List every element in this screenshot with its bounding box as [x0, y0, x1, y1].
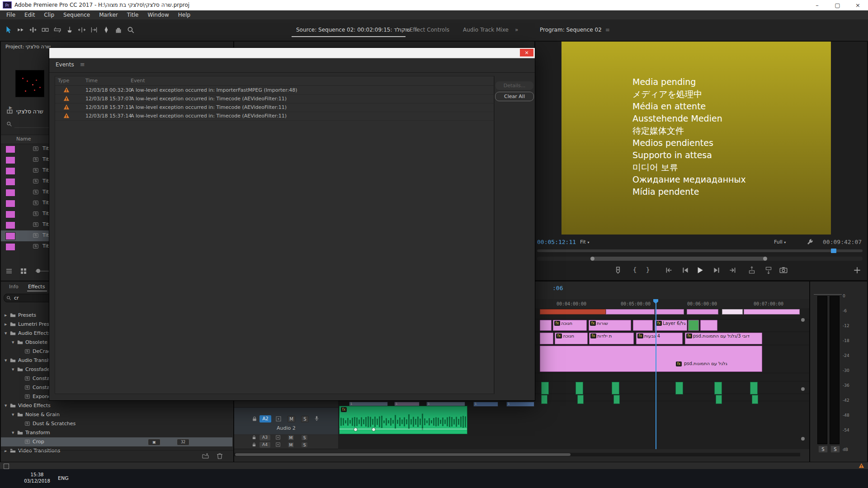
effects-tree-item[interactable]: ▼Video Effects [1, 401, 232, 410]
timeline-clip-mini[interactable] [655, 309, 684, 314]
zoom-handle-left[interactable] [590, 257, 594, 261]
go-to-in-button[interactable] [665, 266, 674, 275]
event-row[interactable]: 12/03/18 15:37:07 A low-level exception … [55, 94, 494, 103]
track-scroll-knob[interactable] [801, 318, 805, 322]
timeline-clip-mini[interactable] [687, 309, 718, 314]
effects-tree-item[interactable]: ▶Video Transitions [1, 446, 232, 455]
icon-view-icon[interactable] [20, 267, 27, 275]
menu-marker[interactable]: Marker [94, 12, 122, 18]
step-forward-button[interactable] [712, 266, 721, 275]
solo-right-button[interactable]: S [830, 446, 840, 453]
tab-overflow-chevron[interactable]: » [515, 27, 518, 33]
track-keyframe-icon[interactable] [276, 416, 281, 422]
video-clip[interactable] [540, 320, 552, 331]
video-clip[interactable]: fxדובי 3/גלגל עם התמונות.psd [685, 333, 762, 344]
pen-tool[interactable] [102, 26, 111, 35]
menu-window[interactable]: Window [143, 12, 173, 18]
settings-wrench-icon[interactable] [807, 238, 814, 245]
rolling-edit-tool[interactable] [41, 26, 50, 35]
ripple-edit-tool[interactable] [29, 26, 38, 35]
effects-tree-item[interactable]: Crop▣32 [1, 437, 232, 446]
timeline-clip-mini[interactable] [540, 309, 606, 314]
razor-tool[interactable] [66, 26, 75, 35]
button-editor-button[interactable] [853, 266, 862, 275]
audio-clip-segment[interactable] [577, 395, 584, 404]
label-color-swatch[interactable] [5, 156, 15, 164]
menu-edit[interactable]: Edit [20, 12, 39, 18]
mark-out-button[interactable]: } [643, 266, 652, 275]
solo-button[interactable]: S [301, 435, 308, 441]
events-warning-icon[interactable] [859, 463, 864, 469]
slide-tool[interactable] [90, 26, 99, 35]
timeline-clip-mini[interactable] [744, 309, 800, 314]
effects-tree-item[interactable]: Dust & Scratches [1, 419, 232, 428]
track-select-forward-tool[interactable] [17, 26, 26, 35]
video-clip[interactable] [633, 320, 653, 331]
video-clip[interactable]: fxשורות [589, 320, 631, 331]
label-color-swatch[interactable] [5, 243, 15, 251]
delete-icon[interactable] [216, 452, 223, 460]
twisty-open-icon[interactable]: ▼ [5, 359, 7, 362]
label-color-swatch[interactable] [5, 145, 15, 153]
close-button[interactable]: × [848, 0, 868, 10]
rate-stretch-tool[interactable] [53, 26, 62, 35]
label-color-swatch[interactable] [5, 200, 15, 207]
track-scroll-knob[interactable] [801, 437, 805, 441]
mute-button[interactable]: M [288, 442, 294, 448]
track-scroll-knob[interactable] [801, 387, 805, 391]
twisty-open-icon[interactable]: ▼ [12, 413, 14, 417]
project-clip-name[interactable]: שרה סלצקי [16, 108, 43, 115]
play-button[interactable] [695, 266, 704, 275]
slip-tool[interactable] [78, 26, 87, 35]
timeline-playhead[interactable] [656, 300, 656, 449]
step-back-button[interactable] [681, 266, 690, 275]
hand-tool[interactable] [114, 26, 123, 35]
twisty-closed-icon[interactable]: ▶ [5, 323, 7, 326]
menu-sequence[interactable]: Sequence [59, 12, 94, 18]
playback-resolution-dropdown[interactable]: Full ▾ [774, 239, 786, 245]
lock-icon[interactable] [252, 442, 256, 447]
keyframe-handle[interactable] [354, 427, 358, 432]
collapsed-clip-fragment[interactable]: 1 [473, 402, 498, 407]
details-button[interactable]: Details... [495, 81, 534, 90]
audio-clip-segment[interactable] [675, 382, 683, 394]
track-name[interactable]: Audio 2 [277, 425, 296, 431]
zoom-tool[interactable] [127, 26, 136, 35]
audio-clip-segment[interactable] [541, 382, 549, 394]
tab-effects[interactable]: Effects [28, 284, 45, 290]
video-clip[interactable]: fxחנוכה [555, 333, 588, 344]
lock-icon[interactable] [252, 416, 257, 422]
project-panel-title[interactable]: Project: שרה סלצקי [5, 44, 51, 50]
solo-button[interactable]: S [301, 416, 309, 422]
audio-clip-segment[interactable] [576, 382, 583, 394]
timeline-clip-mini[interactable] [722, 309, 743, 314]
video-clip[interactable]: fxחנוכה [553, 320, 587, 331]
timeline-hscrollbar-handle[interactable] [235, 453, 571, 456]
label-color-swatch[interactable] [5, 221, 15, 229]
track-header-a2[interactable]: A2 M S Audio 2 [234, 408, 338, 435]
new-custom-bin-icon[interactable] [202, 452, 209, 460]
program-seek-bar[interactable] [537, 249, 863, 252]
track-header-a3[interactable]: A3 M S [234, 434, 338, 442]
menu-file[interactable]: File [2, 12, 20, 18]
video-clip[interactable] [688, 320, 699, 331]
audio-clip-segment[interactable] [752, 395, 758, 404]
export-frame-button[interactable] [779, 266, 788, 275]
twisty-closed-icon[interactable]: ▶ [5, 314, 7, 317]
label-color-swatch[interactable] [5, 189, 15, 197]
video-clip[interactable] [540, 333, 553, 344]
track-badge[interactable]: A4 [259, 442, 270, 448]
clear-all-button[interactable]: Clear All [495, 92, 534, 101]
column-event[interactable]: Event [131, 78, 145, 84]
track-badge[interactable]: A3 [259, 435, 270, 441]
menu-title[interactable]: Title [123, 12, 143, 18]
tab-info[interactable]: Info [9, 284, 19, 290]
track-header-a4[interactable]: A4 M S [234, 441, 338, 449]
maximize-button[interactable]: ▢ [827, 0, 848, 10]
effects-tree-item[interactable]: ▼Transform [1, 428, 232, 437]
dialog-close-button[interactable]: × [520, 49, 533, 56]
selection-tool[interactable] [5, 26, 14, 35]
tab-effect-controls[interactable]: Effect Controls [410, 27, 449, 33]
audio-clip-segment[interactable] [612, 382, 619, 394]
keyframe-handle[interactable] [372, 427, 376, 432]
